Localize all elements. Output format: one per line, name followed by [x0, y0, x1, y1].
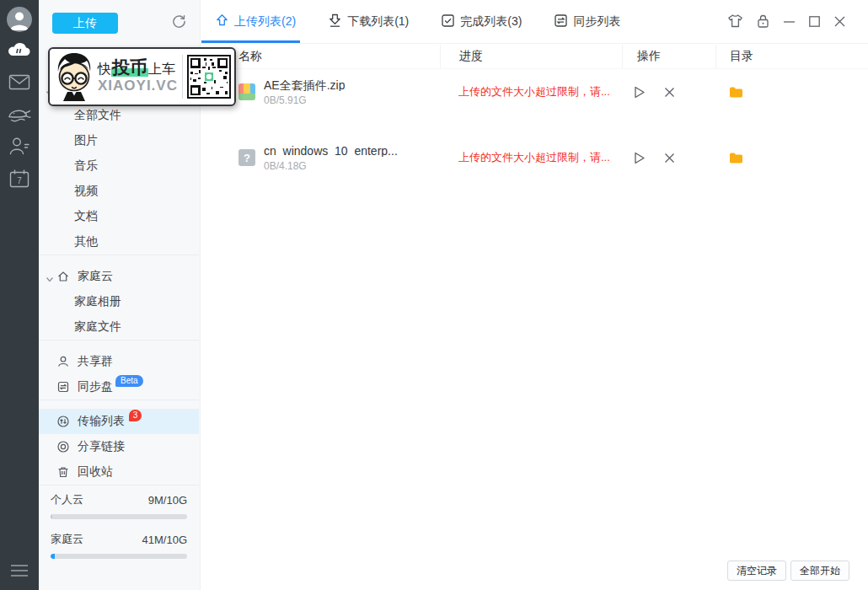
mail-icon[interactable]: [0, 74, 39, 90]
sidebar-item-transfer-list[interactable]: 传输列表 3: [39, 409, 199, 434]
storage-usage: 41M/10G: [142, 534, 187, 546]
left-rail: 7: [0, 0, 39, 590]
watermark-avatar: [52, 51, 96, 102]
resume-icon[interactable]: [634, 152, 646, 164]
storage-bar-personal: [51, 514, 187, 519]
lock-icon[interactable]: [756, 13, 770, 29]
storage-bar-family: [51, 554, 187, 559]
table-row[interactable]: ? cn_windows_10_enterp... 0B/4.18G 上传的文件…: [201, 136, 868, 180]
sidebar-item-documents[interactable]: 文档: [39, 204, 199, 229]
qr-code: [187, 55, 231, 99]
file-name: cn_windows_10_enterp...: [264, 145, 398, 157]
tab-done-list[interactable]: 完成列表(3): [441, 13, 522, 30]
skin-icon[interactable]: [727, 13, 743, 29]
whale-icon[interactable]: [0, 105, 39, 124]
watermark-site: XIAOYI.VC: [98, 78, 179, 94]
done-icon: [441, 13, 455, 30]
tab-download-list[interactable]: 下载列表(1): [328, 13, 409, 30]
contacts-icon[interactable]: [0, 136, 39, 156]
column-header-actions: 操作: [622, 45, 715, 68]
sync-icon: [554, 13, 568, 30]
column-header-name: 名称: [201, 45, 440, 68]
cancel-icon[interactable]: [664, 153, 675, 164]
refresh-icon[interactable]: [171, 13, 187, 33]
tab-bar: 上传列表(2) 下载列表(1) 完成列表(3) 同步列表: [201, 0, 868, 44]
watermark-text: 快投币上车 XIAOYI.VC: [96, 59, 179, 94]
upload-button[interactable]: 上传: [52, 13, 118, 34]
window-controls: [727, 13, 846, 29]
table-header: 名称 进度 操作 目录: [201, 45, 868, 69]
home-icon: [56, 270, 70, 286]
svg-text:7: 7: [17, 176, 22, 185]
transfer-icon: [56, 415, 70, 431]
calendar-icon[interactable]: 7: [0, 169, 39, 189]
file-name: AE全套插件.zip: [264, 79, 345, 91]
sidebar-item-family-album[interactable]: 家庭相册: [39, 289, 199, 314]
sidebar-nav: 个人云 全部文件 图片 音乐 视频 文档 其他 家庭云 家庭相册 家庭文件 共享…: [39, 78, 199, 494]
cancel-icon[interactable]: [664, 87, 675, 98]
watermark-highlight: 投币: [111, 57, 148, 77]
divider: [39, 255, 199, 255]
cloud-icon[interactable]: [0, 40, 39, 58]
sidebar-item-videos[interactable]: 视频: [39, 179, 199, 204]
beta-badge: Beta: [115, 375, 143, 387]
status-text: 上传的文件大小超过限制，请...: [458, 150, 610, 165]
table-row[interactable]: AE全套插件.zip 0B/5.91G 上传的文件大小超过限制，请...: [201, 70, 868, 114]
sidebar-item-share-link[interactable]: 分享链接: [39, 434, 199, 459]
sidebar-item-all-files[interactable]: 全部文件: [39, 103, 199, 128]
folder-icon[interactable]: [729, 151, 743, 164]
zip-file-icon: [238, 83, 255, 100]
sidebar-item-family-cloud[interactable]: 家庭云: [39, 264, 199, 289]
status-text: 上传的文件大小超过限制，请...: [458, 84, 610, 99]
divider: [39, 400, 199, 400]
sync-disk-icon: [56, 380, 70, 396]
storage-label: 家庭云: [51, 532, 83, 547]
close-icon[interactable]: [833, 15, 846, 28]
menu-icon[interactable]: [0, 563, 39, 578]
chevron-down-icon: [46, 273, 54, 287]
sidebar-item-recycle-bin[interactable]: 回收站: [39, 459, 199, 485]
storage-usage: 9M/10G: [148, 494, 187, 507]
app-window: 7 上传 个人云 全部文件 图片 音乐 视频 文档 其他 家庭云: [0, 0, 868, 590]
start-all-button[interactable]: 全部开始: [790, 560, 849, 581]
tab-sync-list[interactable]: 同步列表: [554, 13, 620, 30]
sidebar-item-pictures[interactable]: 图片: [39, 128, 199, 153]
sidebar-item-others[interactable]: 其他: [39, 229, 199, 255]
divider: [182, 55, 183, 99]
folder-icon[interactable]: [729, 85, 743, 99]
tab-upload-list[interactable]: 上传列表(2): [215, 13, 296, 30]
sidebar-item-sync-disk[interactable]: 同步盘 Beta: [39, 374, 199, 400]
sidebar-item-family-files[interactable]: 家庭文件: [39, 314, 199, 340]
download-icon: [328, 13, 342, 30]
resume-icon[interactable]: [634, 86, 646, 99]
storage-label: 个人云: [51, 492, 83, 507]
trash-icon: [56, 465, 70, 481]
watermark-overlay: 快投币上车 XIAOYI.VC: [48, 47, 236, 106]
share-link-icon: [56, 440, 70, 456]
column-header-progress: 进度: [440, 45, 622, 68]
person-icon: [56, 355, 70, 371]
count-badge: 3: [129, 410, 142, 421]
sidebar-item-share-group[interactable]: 共享群: [39, 349, 199, 374]
sidebar-item-music[interactable]: 音乐: [39, 153, 199, 179]
column-header-directory: 目录: [715, 45, 868, 68]
upload-icon: [215, 13, 229, 30]
divider: [39, 485, 199, 485]
file-size: 0B/5.91G: [264, 95, 345, 105]
avatar[interactable]: [0, 7, 39, 32]
storage-panel: 个人云 9M/10G 家庭云 41M/10G: [39, 491, 199, 571]
unknown-file-icon: ?: [238, 149, 255, 166]
maximize-icon[interactable]: [808, 15, 821, 28]
active-tab-underline: [201, 40, 300, 43]
clear-records-button[interactable]: 清空记录: [727, 560, 786, 581]
minimize-icon[interactable]: [783, 15, 796, 28]
main-panel: 上传列表(2) 下载列表(1) 完成列表(3) 同步列表: [201, 0, 868, 590]
divider: [39, 340, 199, 341]
file-size: 0B/4.18G: [264, 161, 398, 171]
